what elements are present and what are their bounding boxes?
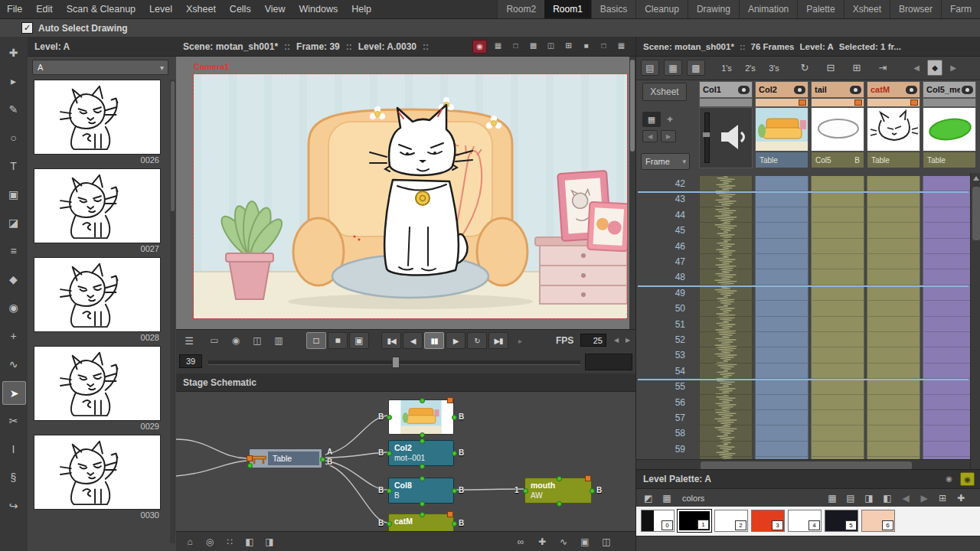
xsheet-cell[interactable] [923,191,976,207]
level-strip-scrollbar[interactable] [170,80,175,543]
nav-arrow-icon[interactable]: ⇥ [874,60,892,76]
spline-icon[interactable]: ∿ [556,534,571,549]
port-dot[interactable] [557,501,562,507]
xsheet-cell[interactable] [923,176,976,191]
column-parent-bar[interactable]: Table [755,152,808,168]
room-tab-room1[interactable]: Room1 [544,0,591,18]
palette-freeze-icon[interactable]: ◉ [942,472,956,484]
pinch-tool[interactable]: ∿ [2,353,24,375]
xsheet-cell[interactable] [755,191,808,207]
fps-increment-button[interactable]: ▶ [622,334,633,347]
port-dot[interactable] [320,457,325,462]
brush-tool[interactable]: ✎ [2,98,24,120]
snapshot-icon[interactable]: ◉ [227,333,245,348]
xsheet-cell[interactable] [755,301,808,316]
table-port-square[interactable] [247,455,253,461]
schematic-node-col8[interactable]: Col8BBB [388,478,454,504]
port-dot[interactable] [247,463,253,468]
rgb-picker-tool[interactable]: ◉ [2,296,24,318]
playback-options-icon[interactable]: ▸ [510,332,530,349]
port-dot[interactable] [523,488,528,494]
stage-schematic-canvas[interactable]: TableABBBCol2mot--001BBCol8BBBcatMBBmout… [176,392,635,531]
room-tab-animation[interactable]: Animation [739,0,797,18]
column-header-catm[interactable]: catM [867,81,920,98]
clapper-icon[interactable]: ▭ [205,333,224,348]
step-button-3[interactable]: 3's [763,60,785,76]
xsheet-cell[interactable] [755,442,808,457]
save-palette-icon[interactable]: ◨ [861,491,877,505]
xsheet-cell[interactable] [923,395,976,410]
iron-tool[interactable]: I [2,438,24,460]
xsheet-cell[interactable] [699,410,753,425]
add-camera-icon[interactable]: ✚ [664,112,676,127]
column-filter-color[interactable] [854,99,862,106]
type-tool[interactable]: T [2,155,24,177]
xsheet-cell[interactable] [867,425,920,441]
schematic-node-table[interactable]: TableAB [249,448,322,468]
next-camera-button[interactable]: ▶ [661,130,676,142]
list-view-icon[interactable]: ▤ [843,491,858,505]
eye-icon[interactable] [906,86,917,94]
node-option-square[interactable] [447,397,453,403]
menu-view[interactable]: View [258,0,292,18]
camera-view-toggle[interactable]: ▣ [349,332,369,349]
room-tab-cleanup[interactable]: Cleanup [635,0,688,18]
eye-icon[interactable] [738,86,750,94]
xsheet-cell[interactable] [811,239,864,254]
xsheet-cell[interactable] [699,332,753,347]
frame-field[interactable]: 39 [179,354,202,368]
node-option-square[interactable] [585,475,591,481]
port-dot[interactable] [387,451,392,456]
port-dot[interactable] [420,512,425,517]
column-parent-bar[interactable]: Table [867,152,920,168]
palette-gizmo-icon[interactable]: ▦ [659,491,675,505]
play-button[interactable]: ▶ [446,332,466,349]
xsheet-cell[interactable] [755,332,808,347]
style-picker-tool[interactable]: ◆ [2,268,24,290]
selection-tool-active[interactable]: ➤ [2,381,26,405]
volume-slider-handle[interactable] [703,132,710,137]
column-filter-strip[interactable] [867,98,920,107]
camera-stand-view-icon[interactable]: □ [509,40,522,52]
xsheet-cell[interactable] [867,269,920,285]
xsheet-cell[interactable] [867,254,920,269]
frame-slider-handle[interactable] [392,357,400,368]
port-dot[interactable] [420,501,425,507]
port-dot[interactable] [420,432,425,438]
column-parent-bar[interactable]: Table [923,152,976,168]
xsheet-cell[interactable] [867,239,920,254]
level-strip-item[interactable]: 0026 [34,80,161,167]
white-bg-icon[interactable]: □ [597,40,610,52]
prev-frame-button[interactable]: ◀ [403,332,423,349]
palette-lock-icon[interactable]: ◉ [960,472,975,486]
xsheet-cell[interactable] [755,254,808,269]
last-frame-button[interactable]: ▶▮ [488,332,508,349]
grid-view-icon[interactable]: ▦ [825,491,840,505]
switch-schematic-icon[interactable]: ◫ [599,534,614,549]
column-parent-bar[interactable]: Col5B [811,152,864,168]
checkered-bg-icon[interactable]: ▦ [615,40,628,52]
save-palette-as-icon[interactable]: ◧ [880,491,895,505]
column-thumbnail[interactable] [755,107,808,152]
column-filter-strip[interactable] [699,98,753,107]
xsheet-cell[interactable] [867,207,920,223]
xsheet-cell[interactable] [811,269,864,285]
frame-combo[interactable]: Frame ▾ [641,153,690,170]
next-page-icon[interactable]: ▶ [916,491,932,505]
xsheet-cell[interactable] [755,207,808,223]
3d-view-icon[interactable]: ▩ [527,40,540,52]
xsheet-cell[interactable] [755,285,808,301]
xsheet-cell[interactable] [923,332,976,347]
focus-node-icon[interactable]: ◎ [202,534,217,549]
xsheet-cell[interactable] [699,301,753,316]
xsheet-cell[interactable] [923,223,976,238]
column-filter-color[interactable] [910,99,918,106]
xsheet-cell[interactable] [811,410,864,425]
new-toonz-level-icon[interactable]: ▦ [664,60,682,76]
sub-camera-icon[interactable]: ▦ [492,40,505,52]
xsheet-cell[interactable] [755,347,808,363]
room-tab-drawing[interactable]: Drawing [688,0,739,18]
xsheet-cell[interactable] [699,347,753,363]
xsheet-vertical-scrollbar[interactable] [970,173,980,471]
style-editor-icon[interactable]: ◩ [641,491,656,505]
